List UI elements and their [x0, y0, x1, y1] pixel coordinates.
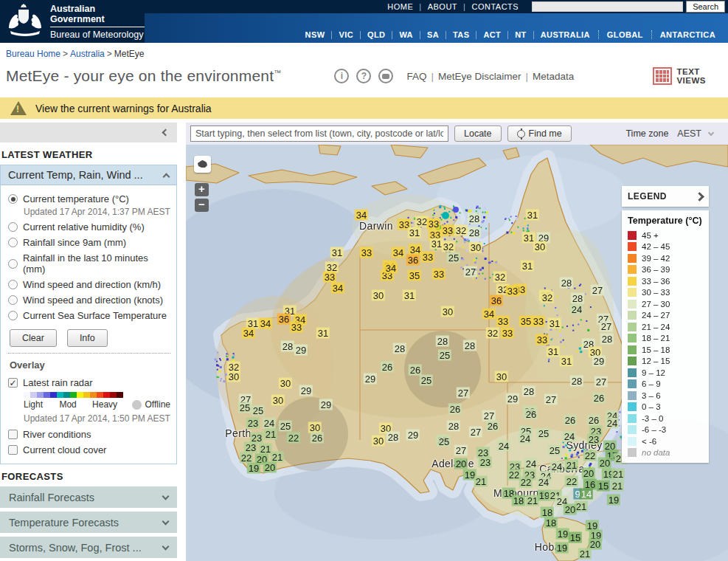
accordion-temperature-forecasts[interactable]: Temperature Forecasts [0, 512, 177, 533]
bom-logo[interactable]: Australian Government Bureau of Meteorol… [0, 0, 145, 43]
temp-label: 24 [524, 458, 538, 469]
location-search-input[interactable] [190, 125, 448, 142]
state-link-nt[interactable]: NT [508, 30, 533, 39]
temp-label: 32 [541, 292, 554, 303]
temp-label: 36 [406, 255, 420, 266]
panel-header-current-temp[interactable]: Current Temp, Rain, Wind ... [1, 165, 176, 185]
legend-header[interactable]: LEGEND [622, 186, 709, 207]
temp-label: 31 [560, 356, 573, 367]
header-search-button[interactable]: Search [686, 1, 725, 13]
accordion-storms-snow-fog-frost[interactable]: Storms, Snow, Fog, Frost ... [0, 537, 177, 558]
state-link-australia[interactable]: AUSTRALIA [534, 30, 597, 39]
temp-label: 29 [506, 393, 519, 405]
legend-entry: < -6 [628, 436, 703, 447]
latest-rain-radar-checkbox[interactable]: ✓Latest rain radar [8, 375, 170, 390]
state-link-act[interactable]: ACT [476, 30, 507, 39]
info-icon[interactable]: i [334, 69, 349, 83]
zoom-in-button[interactable]: + [195, 183, 209, 196]
weather-layer-radio[interactable]: Rainfall in the last 10 minutes (mm) [8, 250, 170, 277]
warning-icon: ! [10, 101, 27, 115]
info-button[interactable]: Info [67, 329, 108, 347]
header-search-input[interactable] [532, 1, 683, 12]
state-link-qld[interactable]: QLD [361, 30, 392, 39]
accordion-rainfall-forecasts[interactable]: Rainfall Forecasts [0, 486, 177, 508]
help-icon[interactable]: ? [356, 69, 371, 83]
map-column: Locate Find me Time zone AEST [186, 123, 728, 561]
temp-label: 26 [311, 433, 324, 444]
scale-cell [83, 392, 90, 398]
map-viewport[interactable]: DarwinPerthAdelaideSydneyCanberraMelbour… [186, 145, 728, 561]
weather-layer-radio[interactable]: Current temperature (°C) [8, 191, 170, 207]
weather-layer-radio[interactable]: Current relative humidity (%) [8, 219, 170, 235]
weather-layer-radio[interactable]: Current Sea Surface Temperature [8, 308, 170, 323]
legend-label: 39 – 42 [642, 254, 670, 263]
temp-label: 18 [544, 517, 558, 529]
scale-cell [97, 392, 103, 398]
temp-label: 25 [279, 421, 292, 432]
temp-label: 30 [495, 371, 508, 382]
clear-button[interactable]: Clear [10, 329, 57, 347]
legend-label: < -6 [642, 437, 656, 446]
temp-label: 27 [482, 410, 496, 421]
warning-text: View the current warnings for Australia [35, 103, 212, 114]
legend-label: -3 – 0 [642, 414, 663, 423]
bureau-title: Bureau of Meteorology [50, 27, 145, 40]
top-link-about[interactable]: ABOUT [422, 2, 463, 11]
weather-layer-radio[interactable]: Wind speed and direction (km/h) [8, 277, 170, 292]
temp-label: 24 [519, 433, 532, 444]
temp-label: 32 [442, 241, 455, 252]
timezone-select[interactable]: AEST [674, 127, 716, 140]
latest-weather-heading: LATEST WEATHER [1, 149, 177, 160]
chevron-down-icon [162, 517, 170, 525]
radio-label: Rainfall since 9am (mm) [23, 237, 126, 248]
state-link-sa[interactable]: SA [420, 30, 446, 39]
legend-label: 21 – 24 [642, 323, 670, 331]
legend-swatch [628, 242, 637, 251]
separator: | [521, 71, 533, 82]
temp-label: 21 [474, 476, 488, 487]
temp-label: 27 [469, 427, 482, 438]
temp-label: 30 [469, 242, 482, 253]
state-link-global[interactable]: GLOBAL [600, 30, 650, 39]
top-link-contacts[interactable]: CONTACTS [465, 2, 524, 11]
radio-icon [8, 194, 18, 204]
divider [8, 353, 170, 354]
weather-layer-radio[interactable]: Rainfall since 9am (mm) [8, 235, 170, 250]
weather-layer-radio[interactable]: Wind speed and direction (knots) [8, 292, 170, 308]
temp-label: 19 [247, 463, 260, 474]
scale-cell [70, 392, 77, 398]
warning-banner[interactable]: ! View the current warnings for Australi… [0, 97, 728, 119]
state-link-vic[interactable]: VIC [332, 30, 360, 39]
map-home-button[interactable] [194, 156, 211, 173]
forecast-accordions: Rainfall ForecastsTemperature ForecastsS… [0, 486, 177, 561]
find-me-button[interactable]: Find me [507, 125, 572, 142]
state-link-antarctica[interactable]: ANTARCTICA [654, 30, 722, 39]
temp-label: 24 [263, 418, 276, 429]
cloud-cover-checkbox[interactable]: Current cloud cover [8, 442, 170, 458]
utility-link-meteye-disclaimer[interactable]: MetEye Disclaimer [438, 71, 521, 82]
state-link-wa[interactable]: WA [392, 30, 420, 39]
legend-swatch [628, 334, 637, 343]
top-link-home[interactable]: HOME [381, 2, 419, 11]
state-link-nsw[interactable]: NSW [299, 30, 332, 39]
radio-label: Current relative humidity (%) [23, 221, 145, 233]
text-views-button[interactable]: TEXTVIEWS [653, 67, 706, 85]
utility-link-faq[interactable]: FAQ [406, 71, 426, 82]
temp-label: 20 [263, 462, 277, 473]
feedback-icon[interactable] [378, 69, 393, 83]
utility-link-metadata[interactable]: Metadata [533, 71, 574, 82]
temp-label: 18 [512, 495, 525, 506]
temp-label: 27 [591, 285, 604, 296]
sidebar-collapse-button[interactable] [0, 123, 177, 142]
temp-label: 19 [556, 529, 569, 540]
breadcrumb-link-australia[interactable]: Australia [70, 49, 105, 59]
radio-icon [8, 238, 18, 247]
temp-label: 28 [281, 341, 294, 352]
zoom-out-button[interactable]: − [195, 199, 209, 212]
river-conditions-checkbox[interactable]: River conditions [8, 427, 170, 442]
state-link-tas[interactable]: TAS [446, 30, 476, 39]
radar-updated-text: Updated 17 Apr 2014, 1:50 PM AEST [8, 411, 170, 427]
locate-button[interactable]: Locate [454, 125, 502, 142]
legend-entry: -6 – -3 [628, 424, 703, 436]
breadcrumb-link-bureau-home[interactable]: Bureau Home [6, 49, 60, 59]
